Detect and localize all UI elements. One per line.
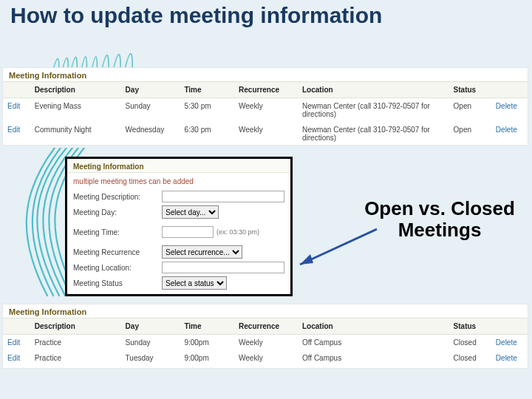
delete-link[interactable]: Delete bbox=[496, 354, 517, 362]
description-input[interactable] bbox=[162, 191, 284, 202]
section-title: Meeting Information bbox=[3, 68, 528, 81]
col-description: Description bbox=[30, 82, 121, 98]
edit-link[interactable]: Edit bbox=[7, 338, 20, 347]
delete-link[interactable]: Delete bbox=[496, 102, 517, 110]
section-title: Meeting Information bbox=[3, 304, 528, 318]
cell-day: Sunday bbox=[121, 98, 180, 123]
col-time: Time bbox=[180, 82, 234, 98]
location-input[interactable] bbox=[162, 262, 284, 273]
cell-location: Off Campus bbox=[298, 350, 449, 366]
cell-time: 9:00pm bbox=[180, 335, 234, 351]
col-day: Day bbox=[121, 318, 180, 335]
meeting-form-popup: Meeting Information multiple meeting tim… bbox=[65, 157, 293, 296]
cell-location: Newman Center (call 310-792-0507 for dir… bbox=[298, 122, 449, 146]
label-day: Meeting Day: bbox=[73, 208, 162, 216]
cell-time: 6:30 pm bbox=[180, 122, 234, 146]
cell-location: Newman Center (call 310-792-0507 for dir… bbox=[298, 98, 449, 123]
cell-description: Community Night bbox=[30, 122, 121, 146]
col-status: Status bbox=[449, 82, 491, 98]
table-row: Edit Community Night Wednesday 6:30 pm W… bbox=[3, 122, 528, 146]
svg-marker-1 bbox=[300, 254, 313, 265]
col-description: Description bbox=[30, 318, 121, 335]
meeting-table: Description Day Time Recurrence Location… bbox=[3, 81, 528, 146]
section-title: Meeting Information bbox=[67, 159, 290, 173]
col-recurrence: Recurrence bbox=[234, 318, 298, 335]
day-select[interactable]: Select day... bbox=[162, 205, 219, 219]
label-description: Meeting Description: bbox=[73, 193, 162, 201]
cell-status: Open bbox=[449, 122, 491, 146]
cell-recurrence: Weekly bbox=[234, 350, 298, 366]
cell-day: Tuesday bbox=[121, 350, 180, 366]
cell-recurrence: Weekly bbox=[234, 98, 298, 123]
form-note: multiple meeting times can be added bbox=[67, 173, 290, 189]
edit-link[interactable]: Edit bbox=[7, 102, 20, 110]
cell-description: Practice bbox=[30, 350, 121, 366]
edit-link[interactable]: Edit bbox=[7, 126, 20, 134]
cell-day: Sunday bbox=[121, 335, 180, 351]
cell-day: Wednesday bbox=[121, 122, 180, 146]
col-location: Location bbox=[298, 82, 449, 98]
cell-recurrence: Weekly bbox=[234, 122, 298, 146]
meeting-table-open: Meeting Information Description Day Time… bbox=[3, 68, 528, 145]
cell-recurrence: Weekly bbox=[234, 335, 298, 351]
label-location: Meeting Location: bbox=[73, 264, 162, 272]
cell-location: Off Campus bbox=[298, 335, 449, 351]
time-input[interactable] bbox=[162, 226, 214, 238]
recurrence-select[interactable]: Select recurrence... bbox=[162, 245, 242, 259]
cell-status: Closed bbox=[449, 350, 491, 366]
col-day: Day bbox=[121, 82, 180, 98]
cell-status: Open bbox=[449, 98, 491, 123]
table-row: Edit Practice Tuesday 9:00pm Weekly Off … bbox=[3, 350, 528, 366]
meeting-table-closed: Meeting Information Description Day Time… bbox=[3, 304, 528, 368]
callout-open-vs-closed: Open vs. Closed Meetings bbox=[347, 198, 532, 240]
edit-link[interactable]: Edit bbox=[7, 354, 20, 362]
cell-status: Closed bbox=[449, 335, 491, 351]
cell-time: 5:30 pm bbox=[180, 98, 234, 123]
label-recurrence: Meeting Recurrence bbox=[73, 248, 162, 256]
page-title: How to update meeting information bbox=[0, 0, 532, 34]
table-row: Edit Practice Sunday 9:00pm Weekly Off C… bbox=[3, 335, 528, 351]
table-row: Edit Evening Mass Sunday 5:30 pm Weekly … bbox=[3, 98, 528, 123]
label-status: Meeting Status bbox=[73, 279, 162, 287]
col-status: Status bbox=[449, 318, 491, 335]
label-time: Meeting Time: bbox=[73, 228, 162, 236]
cell-time: 9:00pm bbox=[180, 350, 234, 366]
col-recurrence: Recurrence bbox=[234, 82, 298, 98]
status-select[interactable]: Select a status bbox=[162, 276, 227, 290]
delete-link[interactable]: Delete bbox=[496, 126, 517, 134]
delete-link[interactable]: Delete bbox=[496, 338, 517, 347]
meeting-table: Description Day Time Recurrence Location… bbox=[3, 318, 528, 366]
cell-description: Practice bbox=[30, 335, 121, 351]
time-hint: (ex: 03:30 pm) bbox=[214, 228, 259, 236]
col-location: Location bbox=[298, 318, 449, 335]
col-time: Time bbox=[180, 318, 234, 335]
cell-description: Evening Mass bbox=[30, 98, 121, 123]
